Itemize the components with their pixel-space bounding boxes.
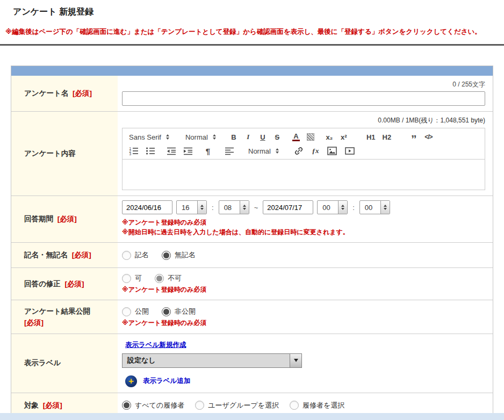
option-all-students: すべての履修者 — [122, 401, 184, 410]
survey-name-input[interactable] — [122, 91, 485, 106]
page-title: アンケート 新規登録 — [13, 6, 499, 18]
answer-period-label: 回答期間 — [24, 215, 53, 223]
superscript-button[interactable]: x² — [340, 133, 348, 141]
end-minute-select[interactable]: 00 — [359, 200, 390, 214]
font-picker[interactable]: Sans Serif — [129, 133, 169, 141]
size-picker[interactable]: Normal — [185, 133, 216, 141]
anonymous-label: 無記名 — [175, 250, 196, 260]
header-divider — [0, 44, 504, 46]
spinner-buttons-icon[interactable] — [240, 201, 249, 214]
required-badge: [必須] — [24, 318, 90, 328]
add-display-label-icon[interactable]: + — [125, 375, 137, 387]
signed-label: 記名 — [135, 250, 149, 260]
option-deny: 不可 — [155, 273, 182, 283]
modification-note: ※アンケート登録時のみ必須 — [122, 285, 485, 294]
end-hour-select[interactable]: 00 — [317, 200, 348, 214]
font-picker-value: Sans Serif — [129, 133, 161, 141]
signed-radio[interactable] — [122, 251, 131, 260]
user-group-radio[interactable] — [195, 401, 204, 410]
display-label-label-cell: 表示ラベル — [11, 334, 118, 393]
style-picker[interactable]: Normal — [248, 147, 279, 155]
time-colon: : — [211, 204, 215, 212]
pick-students-label: 履修者を選択 — [303, 401, 344, 410]
size-picker-value: Normal — [185, 133, 208, 141]
required-badge: [必須] — [72, 251, 91, 259]
formula-icon[interactable]: ƒx — [312, 147, 319, 155]
subscript-button[interactable]: x₂ — [326, 133, 333, 141]
create-display-label-link[interactable]: 表示ラベル新規作成 — [125, 341, 186, 350]
code-block-icon[interactable]: </> — [424, 133, 432, 141]
spinner-buttons-icon[interactable] — [338, 201, 347, 214]
end-hour-value: 00 — [318, 201, 338, 214]
spinner-buttons-icon[interactable] — [380, 201, 390, 214]
blockquote-icon[interactable]: ” — [410, 136, 417, 142]
required-badge: [必須] — [43, 401, 62, 409]
align-icon[interactable] — [225, 147, 234, 156]
start-hour-select[interactable]: 16 — [176, 200, 207, 214]
footer-strip — [0, 413, 504, 420]
underline-button[interactable]: U — [259, 133, 267, 141]
spinner-buttons-icon[interactable] — [197, 201, 206, 214]
updown-arrows-icon — [166, 134, 169, 140]
italic-button[interactable]: I — [244, 133, 252, 141]
row-result-publication: アンケート結果公開 [必須] 公開 非公開 ※アンケート登録時のみ必須 — [11, 300, 493, 333]
survey-name-label: アンケート名 — [24, 89, 68, 97]
link-icon[interactable] — [294, 146, 304, 156]
all-students-label: すべての履修者 — [135, 401, 184, 410]
survey-content-label-cell: アンケート内容 — [11, 112, 118, 195]
anonymous-radio[interactable] — [162, 251, 171, 260]
required-badge: [必須] — [57, 215, 77, 223]
start-minute-value: 08 — [219, 201, 240, 214]
range-tilde: ~ — [253, 204, 260, 212]
ordered-list-icon[interactable]: 123 — [129, 147, 139, 155]
start-minute-select[interactable]: 08 — [219, 200, 249, 214]
style-picker-value: Normal — [248, 147, 271, 155]
user-group-label: ユーザグループを選択 — [208, 401, 279, 410]
row-anonymity: 記名・無記名 [必須] 記名 無記名 — [11, 242, 493, 267]
deny-radio[interactable] — [155, 274, 164, 283]
publication-label: アンケート結果公開 — [24, 307, 90, 315]
display-label-selected-value: 設定なし — [123, 356, 290, 365]
allow-label: 可 — [135, 273, 142, 283]
bullet-list-icon[interactable] — [146, 147, 155, 155]
survey-name-label-cell: アンケート名 [必須] — [11, 76, 118, 111]
option-pick-students: 履修者を選択 — [290, 401, 344, 410]
video-icon[interactable] — [345, 147, 355, 155]
display-label-select[interactable]: 設定なし — [122, 353, 302, 368]
size-info: 0.00MB / 1MB(残り：1,048,551 byte) — [122, 116, 485, 125]
add-display-label-link[interactable]: 表示ラベル追加 — [143, 376, 190, 386]
answer-period-label-cell: 回答期間 [必須] — [11, 196, 118, 242]
text-direction-icon[interactable]: ¶ — [204, 147, 212, 156]
panel-header-bar — [11, 66, 493, 76]
char-counter: 0 / 255文字 — [122, 80, 485, 89]
all-students-radio[interactable] — [122, 401, 131, 410]
row-answer-period: 回答期間 [必須] 16 : 08 ~ 00 — [11, 195, 493, 242]
private-radio[interactable] — [162, 307, 171, 316]
period-note-2: ※開始日時に過去日時を入力した場合は、自動的に登録日時に変更されます。 — [122, 228, 485, 237]
option-signed: 記名 — [122, 250, 149, 260]
anonymity-label-cell: 記名・無記名 [必須] — [11, 243, 118, 267]
highlight-color-icon[interactable] — [307, 133, 314, 141]
strikethrough-button[interactable]: S — [273, 133, 281, 141]
heading2-button[interactable]: H2 — [383, 133, 392, 141]
public-radio[interactable] — [122, 307, 131, 316]
start-date-input[interactable] — [122, 200, 172, 214]
indent-icon[interactable] — [183, 147, 193, 156]
row-survey-content: アンケート内容 0.00MB / 1MB(残り：1,048,551 byte) … — [11, 111, 493, 195]
option-user-group: ユーザグループを選択 — [195, 401, 279, 410]
end-date-input[interactable] — [263, 200, 313, 214]
editor-content-area[interactable] — [123, 160, 485, 190]
option-anonymous: 無記名 — [162, 250, 196, 260]
bold-button[interactable]: B — [230, 133, 237, 141]
text-color-button[interactable]: A — [292, 133, 300, 141]
allow-radio[interactable] — [122, 274, 131, 283]
deny-label: 不可 — [168, 273, 182, 283]
option-allow: 可 — [122, 273, 142, 283]
target-label: 対象 — [24, 401, 39, 409]
image-icon[interactable] — [327, 147, 337, 155]
option-public: 公開 — [122, 307, 149, 316]
outdent-icon[interactable] — [167, 147, 176, 156]
heading1-button[interactable]: H1 — [366, 133, 376, 141]
pick-students-radio[interactable] — [290, 401, 299, 410]
rich-text-editor: Sans Serif Normal B I — [122, 128, 485, 190]
